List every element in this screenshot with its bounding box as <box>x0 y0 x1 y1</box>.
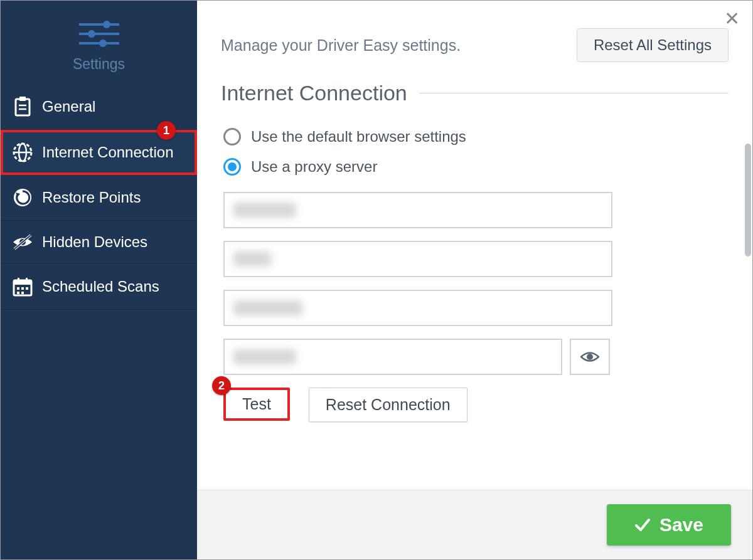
svg-rect-23 <box>21 287 24 290</box>
svg-rect-26 <box>21 292 24 294</box>
proxy-username-input[interactable] <box>223 290 612 326</box>
radio-proxy-server[interactable]: Use a proxy server <box>213 152 729 182</box>
radio-label: Use a proxy server <box>251 158 377 176</box>
svg-rect-24 <box>26 287 28 290</box>
radio-icon[interactable] <box>223 128 241 145</box>
svg-point-3 <box>103 21 110 28</box>
radio-default-browser[interactable]: Use the default browser settings <box>213 122 729 152</box>
sliders-icon <box>75 18 123 52</box>
sidebar-item-label: General <box>42 98 95 115</box>
reset-all-settings-button[interactable]: Reset All Settings <box>577 28 729 62</box>
save-button[interactable]: Save <box>607 504 731 546</box>
divider <box>419 93 729 93</box>
sidebar-header: Settings <box>1 1 197 84</box>
svg-rect-21 <box>26 278 28 282</box>
annotation-badge-2: 2 <box>212 376 231 395</box>
section-title: Internet Connection <box>221 81 407 105</box>
footer: Save <box>197 490 752 559</box>
svg-point-27 <box>587 354 593 360</box>
radio-label: Use the default browser settings <box>251 128 466 145</box>
calendar-icon <box>12 277 33 297</box>
content-area: Internet Connection Use the default brow… <box>197 81 752 490</box>
reset-connection-button[interactable]: Reset Connection <box>309 388 467 422</box>
clipboard-icon <box>12 97 33 117</box>
proxy-password-input[interactable] <box>223 339 562 375</box>
proxy-port-input[interactable] <box>223 241 612 277</box>
sidebar: Settings General 1 Internet Connection <box>1 1 197 559</box>
radio-icon-selected[interactable] <box>223 158 241 176</box>
eye-slash-icon <box>12 234 33 250</box>
sidebar-item-label: Internet Connection <box>42 144 173 161</box>
toggle-password-visibility-button[interactable] <box>570 339 610 375</box>
globe-icon <box>12 142 33 162</box>
svg-rect-25 <box>17 292 19 294</box>
sidebar-item-internet-connection[interactable]: 1 Internet Connection <box>1 130 197 175</box>
save-label: Save <box>660 514 703 536</box>
scrollbar-thumb[interactable] <box>745 144 751 256</box>
sidebar-item-label: Hidden Devices <box>42 233 147 251</box>
sidebar-item-scheduled-scans[interactable]: Scheduled Scans <box>1 264 197 310</box>
settings-description: Manage your Driver Easy settings. <box>221 36 461 55</box>
svg-point-4 <box>88 30 95 38</box>
checkmark-icon <box>634 517 651 533</box>
restore-icon <box>12 188 33 208</box>
sidebar-item-label: Restore Points <box>42 189 141 206</box>
close-icon[interactable]: ✕ <box>724 9 740 28</box>
scrollbar[interactable] <box>745 144 751 332</box>
test-connection-button[interactable]: Test <box>223 388 290 421</box>
svg-rect-22 <box>17 287 19 290</box>
proxy-server-input[interactable] <box>223 192 612 228</box>
eye-icon <box>580 350 599 364</box>
svg-point-5 <box>99 40 107 47</box>
svg-rect-6 <box>16 99 29 115</box>
settings-title: Settings <box>1 56 197 73</box>
svg-rect-20 <box>18 278 19 282</box>
annotation-badge-1: 1 <box>157 121 176 140</box>
sidebar-item-restore-points[interactable]: Restore Points <box>1 175 197 221</box>
svg-rect-19 <box>14 280 31 285</box>
top-bar: Manage your Driver Easy settings. Reset … <box>197 1 752 81</box>
sidebar-item-label: Scheduled Scans <box>42 278 159 295</box>
svg-rect-7 <box>19 97 26 101</box>
sidebar-item-hidden-devices[interactable]: Hidden Devices <box>1 221 197 264</box>
main-panel: ✕ Manage your Driver Easy settings. Rese… <box>197 1 752 559</box>
